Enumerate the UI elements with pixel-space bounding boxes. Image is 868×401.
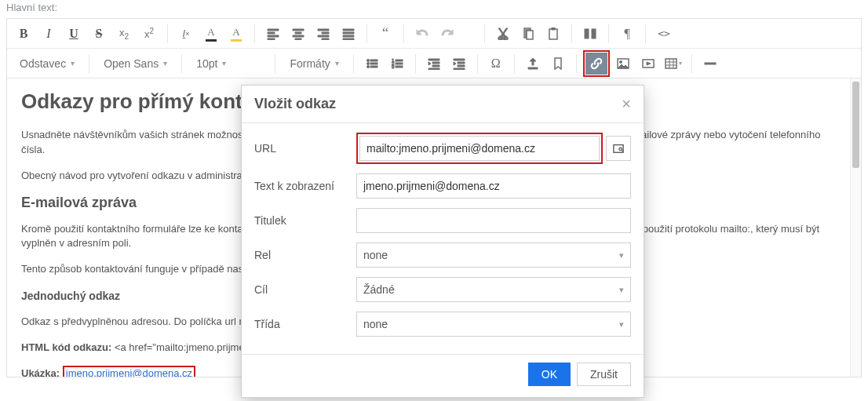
formats-select[interactable]: Formáty▾ bbox=[282, 52, 346, 75]
svg-point-6 bbox=[367, 62, 369, 64]
bookmark-button[interactable] bbox=[546, 52, 570, 75]
toolbar-row-2: Odstavec▾ Open Sans▾ 10pt▾ Formáty▾ 123 … bbox=[7, 49, 861, 78]
insert-link-dialog: Vložit odkaz × URL Text k zobrazení Titu… bbox=[241, 85, 644, 398]
svg-point-8 bbox=[367, 65, 369, 67]
align-justify-button[interactable] bbox=[337, 22, 360, 46]
svg-point-17 bbox=[619, 60, 622, 63]
url-highlight bbox=[356, 133, 603, 164]
bold-button[interactable]: B bbox=[12, 22, 35, 46]
underline-button[interactable]: U bbox=[62, 22, 86, 46]
svg-rect-19 bbox=[666, 59, 677, 68]
quote-button[interactable]: “ bbox=[374, 22, 397, 46]
class-label: Třída bbox=[254, 318, 356, 330]
class-select[interactable]: none▾ bbox=[356, 312, 631, 337]
text-input[interactable] bbox=[356, 173, 631, 199]
browse-button[interactable] bbox=[606, 136, 631, 161]
title-input[interactable] bbox=[356, 208, 631, 233]
redo-button[interactable] bbox=[436, 22, 459, 46]
bg-color-button[interactable]: A bbox=[224, 22, 248, 46]
close-icon[interactable]: × bbox=[622, 95, 631, 113]
rel-select[interactable]: none▾ bbox=[356, 242, 631, 268]
text-label: Text k zobrazení bbox=[254, 180, 356, 192]
cancel-button[interactable]: Zrušit bbox=[577, 363, 631, 386]
svg-rect-3 bbox=[592, 29, 596, 38]
paragraph-mark-button[interactable]: ¶ bbox=[615, 22, 639, 46]
svg-rect-13 bbox=[396, 63, 403, 64]
code-button[interactable]: <> bbox=[652, 22, 676, 46]
rel-label: Rel bbox=[254, 249, 356, 261]
media-button[interactable] bbox=[636, 52, 660, 75]
numbered-list-button[interactable]: 123 bbox=[385, 52, 409, 75]
copy-button[interactable] bbox=[516, 22, 540, 46]
url-input[interactable] bbox=[359, 136, 600, 161]
strike-button[interactable]: S bbox=[87, 22, 111, 46]
svg-rect-15 bbox=[396, 66, 403, 67]
hr-button[interactable] bbox=[698, 52, 722, 75]
url-label: URL bbox=[254, 142, 356, 155]
upload-button[interactable] bbox=[521, 52, 545, 75]
svg-rect-7 bbox=[370, 63, 377, 64]
insert-link-button[interactable] bbox=[585, 53, 607, 75]
paste-button[interactable] bbox=[542, 22, 565, 46]
align-center-button[interactable] bbox=[286, 22, 310, 46]
text-color-button[interactable]: A bbox=[199, 22, 223, 46]
image-button[interactable] bbox=[611, 52, 635, 75]
svg-point-22 bbox=[619, 148, 622, 151]
svg-rect-20 bbox=[705, 63, 716, 64]
scrollbar-thumb[interactable] bbox=[852, 82, 859, 168]
ok-button[interactable]: OK bbox=[528, 363, 571, 386]
target-select[interactable]: Žádné▾ bbox=[356, 277, 631, 302]
superscript-button[interactable]: x2 bbox=[137, 22, 161, 46]
align-left-button[interactable] bbox=[261, 22, 285, 46]
subscript-button[interactable]: x2 bbox=[112, 22, 136, 46]
size-select[interactable]: 10pt▾ bbox=[188, 52, 234, 75]
clear-format-button[interactable]: I× bbox=[174, 22, 198, 46]
outdent-button[interactable] bbox=[422, 52, 446, 75]
svg-point-4 bbox=[367, 59, 369, 61]
svg-rect-9 bbox=[370, 66, 377, 67]
toolbar-row-1: B I U S x2 x2 I× A A “ ¶ <> bbox=[7, 19, 861, 49]
cut-button[interactable] bbox=[491, 22, 515, 46]
sample-mailto-link[interactable]: jmeno.prijmeni@domena.cz bbox=[66, 367, 192, 377]
scrollbar[interactable] bbox=[850, 78, 861, 377]
svg-rect-1 bbox=[552, 27, 555, 30]
svg-text:3: 3 bbox=[392, 64, 395, 69]
table-button[interactable]: ▾ bbox=[662, 52, 685, 75]
svg-rect-11 bbox=[396, 60, 403, 61]
undo-button[interactable] bbox=[410, 22, 434, 46]
font-select[interactable]: Open Sans▾ bbox=[96, 52, 175, 75]
italic-button[interactable]: I bbox=[37, 22, 60, 46]
link-button-highlight bbox=[583, 50, 610, 77]
target-label: Cíl bbox=[254, 283, 356, 296]
svg-rect-2 bbox=[585, 29, 589, 38]
align-right-button[interactable] bbox=[312, 22, 335, 46]
find-button[interactable] bbox=[578, 22, 602, 46]
bullet-list-button[interactable] bbox=[360, 52, 384, 75]
indent-button[interactable] bbox=[447, 52, 471, 75]
title-label: Titulek bbox=[254, 214, 356, 227]
special-char-button[interactable]: Ω bbox=[484, 52, 508, 75]
field-label: Hlavní text: bbox=[0, 0, 868, 18]
svg-rect-0 bbox=[549, 29, 557, 39]
paragraph-select[interactable]: Odstavec▾ bbox=[12, 52, 82, 75]
dialog-title: Vložit odkaz bbox=[254, 96, 336, 112]
svg-rect-5 bbox=[370, 60, 377, 61]
